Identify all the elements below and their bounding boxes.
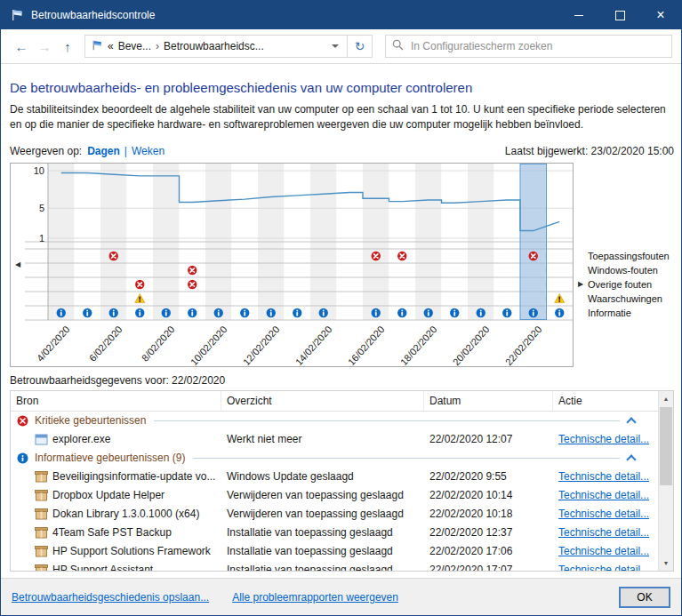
refresh-icon: ↻ <box>355 39 365 53</box>
table-row[interactable]: explorer.exeWerkt niet meer22/02/2020 12… <box>11 430 658 449</box>
technical-details-link[interactable]: Technische detail... <box>558 508 649 520</box>
search-input[interactable] <box>409 39 665 53</box>
page-title: De betrouwbaarheids- en probleemgeschied… <box>10 80 672 95</box>
last-updated-label: Laatst bijgewerkt: 23/02/2020 15:00 <box>505 145 674 157</box>
technical-details-link[interactable]: Technische detail... <box>558 564 649 572</box>
technical-details-link[interactable]: Technische detail... <box>558 526 649 539</box>
event-date: 22/02/2020 12:37 <box>424 526 553 539</box>
group-label: Kritieke gebeurtenissen <box>35 414 146 427</box>
table-row[interactable]: Dokan Library 1.3.0.1000 (x64)Verwijdere… <box>11 505 658 524</box>
y-tick-label: 1 <box>39 233 44 244</box>
scroll-down-icon: ▼ <box>663 560 670 566</box>
breadcrumb-overflow[interactable]: « <box>108 40 114 52</box>
package-icon <box>35 545 48 557</box>
table-header-row: BronOverzichtDatumActie <box>11 391 673 412</box>
chart-scroll-right-button[interactable]: ▶ <box>574 163 588 367</box>
info-icon <box>240 308 249 316</box>
search-box[interactable] <box>385 35 672 58</box>
reliability-chart[interactable]: 10514/02/20206/02/20208/02/202010/02/202… <box>25 164 573 366</box>
column-header-actie[interactable]: Actie <box>553 391 658 411</box>
back-button[interactable]: ← <box>10 35 33 58</box>
forward-button[interactable]: → <box>33 35 56 58</box>
y-tick-label: 5 <box>39 203 44 213</box>
table-row[interactable]: HP Support Solutions FrameworkInstallati… <box>11 542 658 561</box>
column-header-datum[interactable]: Datum <box>424 391 553 411</box>
x-axis-date-label: 14/02/2020 <box>293 324 334 366</box>
table-row[interactable]: Beveiligingsinformatie-update vo...Windo… <box>11 468 658 486</box>
error-icon <box>18 415 28 426</box>
info-icon <box>397 308 406 316</box>
group-label: Informatieve gebeurtenissen (9) <box>35 452 185 464</box>
package-icon <box>35 564 48 572</box>
x-axis-date-label: 20/02/2020 <box>451 324 492 366</box>
technical-details-link[interactable]: Technische detail... <box>558 489 649 501</box>
up-icon: ↑ <box>64 39 71 54</box>
titlebar[interactable]: Betrouwbaarheidscontrole × <box>1 1 681 29</box>
error-icon <box>16 414 29 428</box>
column-header-bron[interactable]: Bron <box>11 391 221 411</box>
scroll-up-button[interactable]: ▲ <box>659 391 673 406</box>
refresh-button[interactable]: ↻ <box>348 35 373 58</box>
group-row[interactable]: Informatieve gebeurtenissen (9) <box>11 449 658 468</box>
close-button[interactable]: × <box>640 1 681 29</box>
info-icon <box>372 308 381 316</box>
info-icon <box>16 452 29 465</box>
info-icon <box>109 308 118 316</box>
selected-day-highlight[interactable] <box>520 164 547 319</box>
x-axis-date-label: 8/02/2020 <box>140 324 177 363</box>
table-row[interactable]: 4Team Safe PST BackupInstallatie van toe… <box>11 524 658 542</box>
ok-button[interactable]: OK <box>619 587 670 608</box>
minimize-button[interactable] <box>558 1 599 29</box>
info-icon <box>424 308 433 316</box>
info-icon <box>135 308 144 316</box>
address-bar[interactable]: « Beve... › Betrouwbaarheidsc... <box>84 35 348 58</box>
event-summary: Installatie van toepassing geslaagd <box>221 564 424 572</box>
maximize-button[interactable] <box>599 1 640 29</box>
technical-details-link[interactable]: Technische detail... <box>558 470 649 483</box>
address-dropdown-button[interactable] <box>329 44 341 48</box>
chart-scroll-left-button[interactable]: ◀ <box>11 164 25 366</box>
chart-row-label: Informatie <box>588 306 674 320</box>
column-header-overzicht[interactable]: Overzicht <box>221 391 424 411</box>
info-icon <box>293 308 301 316</box>
info-icon <box>529 308 538 316</box>
save-history-link[interactable]: Betrouwbaarheidsgeschiedenis opslaan... <box>12 591 209 604</box>
view-days-link[interactable]: Dagen <box>87 145 120 157</box>
scroll-down-button[interactable]: ▼ <box>659 556 673 571</box>
x-axis-date-label: 6/02/2020 <box>87 324 124 363</box>
view-all-reports-link[interactable]: Alle probleemrapporten weergeven <box>232 591 398 604</box>
table-scrollbar[interactable]: ▲ ▼ <box>658 391 673 571</box>
chart-row-label: Toepassingsfouten <box>588 249 674 263</box>
collapse-chevron-icon[interactable] <box>626 417 636 427</box>
package-icon <box>35 489 48 501</box>
breadcrumb-item-current[interactable]: Betrouwbaarheidsc... <box>164 40 264 52</box>
event-source: HP Support Assistant <box>52 564 153 572</box>
group-divider <box>193 458 620 459</box>
group-row[interactable]: Kritieke gebeurtenissen <box>11 412 658 430</box>
x-axis-date-label: 16/02/2020 <box>346 324 387 366</box>
scrollbar-thumb[interactable] <box>660 407 672 485</box>
details-for-label: Betrouwbaarheidsgegevens voor: 22/02/202… <box>10 374 672 387</box>
x-axis-date-label: 18/02/2020 <box>398 324 439 366</box>
event-summary: Windows Update geslaagd <box>221 470 424 483</box>
close-icon: × <box>656 8 664 22</box>
column-header-label: Actie <box>558 395 582 407</box>
table-row[interactable]: Dropbox Update HelperVerwijderen van toe… <box>11 486 658 505</box>
collapse-chevron-icon[interactable] <box>626 454 636 464</box>
technical-details-link[interactable]: Technische detail... <box>558 433 649 445</box>
event-date: 22/02/2020 9:55 <box>424 470 553 483</box>
chart-row-label: Waarschuwingen <box>588 292 674 306</box>
view-weeks-link[interactable]: Weken <box>132 145 164 157</box>
chart-row-label: Windows-fouten <box>588 263 674 277</box>
breadcrumb-item-root[interactable]: Beve... <box>118 40 151 52</box>
event-date: 22/02/2020 12:07 <box>424 433 553 445</box>
up-button[interactable]: ↑ <box>56 35 79 58</box>
chart-legend: ToepassingsfoutenWindows-foutenOverige f… <box>588 163 674 367</box>
error-icon <box>529 251 538 260</box>
technical-details-link[interactable]: Technische detail... <box>558 545 649 557</box>
event-summary: Installatie van toepassing geslaagd <box>221 545 424 557</box>
table-row[interactable]: HP Support AssistantInstallatie van toep… <box>11 561 658 572</box>
page-description: De stabiliteitsindex beoordeelt de algeh… <box>10 102 674 132</box>
window-icon <box>35 433 48 445</box>
table-body: Kritieke gebeurtenissenexplorer.exeWerkt… <box>11 412 658 572</box>
